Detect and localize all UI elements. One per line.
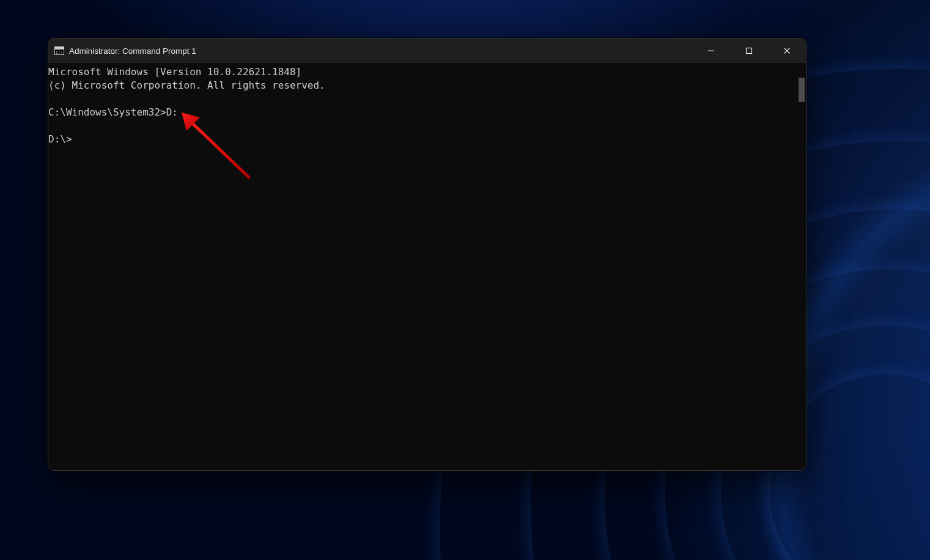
desktop-wallpaper: Administrator: Command Prompt 1: [0, 0, 930, 560]
window-titlebar[interactable]: Administrator: Command Prompt 1: [48, 39, 806, 63]
scrollbar-track[interactable]: [795, 63, 806, 470]
scrollbar-thumb[interactable]: [799, 78, 805, 102]
minimize-button[interactable]: [692, 39, 730, 63]
close-button[interactable]: [768, 39, 806, 63]
command-prompt-icon: [54, 46, 64, 55]
svg-rect-1: [747, 48, 752, 54]
terminal-output-area[interactable]: Microsoft Windows [Version 10.0.22621.18…: [48, 63, 806, 470]
maximize-button[interactable]: [730, 39, 768, 63]
command-prompt-window: Administrator: Command Prompt 1: [48, 38, 806, 471]
terminal-text: Microsoft Windows [Version 10.0.22621.18…: [48, 63, 325, 146]
window-title: Administrator: Command Prompt 1: [69, 46, 196, 56]
